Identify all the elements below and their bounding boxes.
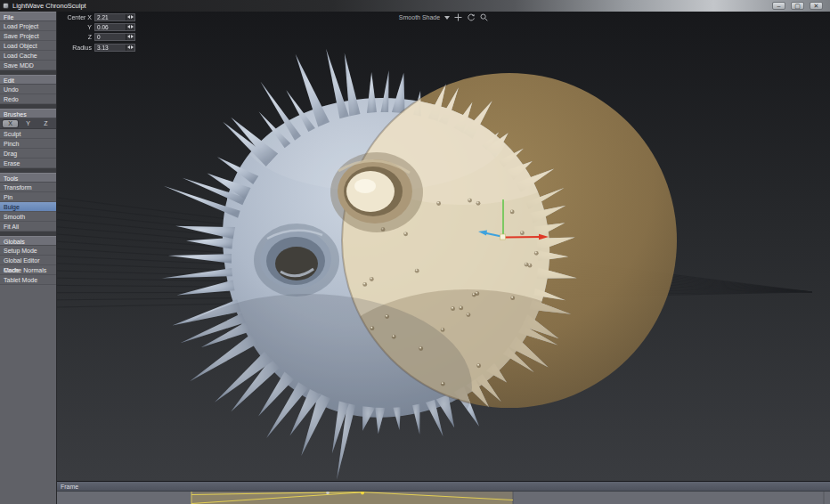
frame-label: Frame [61, 484, 78, 490]
fish-mouth [254, 224, 339, 297]
frame-bar: Frame [57, 481, 830, 492]
sidebar-item-erase[interactable]: Erase [0, 159, 56, 168]
center-y-field[interactable]: 0.06 [94, 23, 135, 31]
sidebar-item-load-object[interactable]: Load Object [0, 41, 56, 51]
sidebar-item-save-mdd[interactable]: Save MDD [0, 61, 56, 70]
scene-canvas [57, 12, 830, 481]
timeline-canvas [57, 492, 830, 504]
radius-stepper[interactable] [126, 45, 134, 51]
gizmo-center-handle[interactable] [500, 234, 506, 240]
shade-control-bar: Smooth Shade [57, 12, 830, 23]
fish-eye [330, 152, 423, 232]
field-label-y: Y [59, 24, 94, 30]
sidebar-item-setup-mode[interactable]: Setup Mode [0, 246, 56, 256]
sidebar-item-tablet-mode[interactable]: Tablet Mode [0, 275, 56, 285]
sidebar-item-load-project[interactable]: Load Project [0, 21, 56, 31]
sidebar-item-redo[interactable]: Redo [0, 94, 56, 104]
axis-button-x[interactable]: X [3, 120, 18, 127]
field-label-z: Z [59, 34, 94, 40]
center-z-field[interactable]: 0 [94, 33, 135, 41]
center-x-field[interactable]: 2.21 [94, 13, 135, 21]
brush-properties-panel: Center X 2.21 Y 0.06 Z 0 [59, 12, 135, 53]
app-icon [3, 3, 9, 9]
sidebar-item-transform[interactable]: Transform [0, 183, 56, 192]
pan-icon[interactable] [454, 13, 462, 21]
timeline-track[interactable] [57, 492, 830, 504]
orbit-icon[interactable] [467, 13, 476, 21]
sidebar-item-cache-normals[interactable]: Cache Normals [0, 265, 56, 275]
maximize-button[interactable]: ▢ [791, 2, 804, 10]
sidebar-item-load-cache[interactable]: Load Cache [0, 51, 56, 61]
axis-button-y[interactable]: Y [20, 120, 36, 127]
sidebar-header-globals: Globals [0, 236, 56, 246]
center-y-stepper[interactable] [126, 24, 134, 30]
sidebar-item-sculpt[interactable]: Sculpt [0, 129, 56, 139]
shade-mode-dropdown[interactable]: Smooth Shade [399, 14, 440, 20]
axis-button-z[interactable]: Z [38, 120, 53, 127]
sidebar-item-pinch[interactable]: Pinch [0, 139, 56, 149]
chevron-down-icon[interactable] [444, 16, 450, 20]
center-x-stepper[interactable] [126, 14, 134, 20]
sidebar-item-fit-all[interactable]: Fit All [0, 222, 56, 232]
sidebar-item-save-project[interactable]: Save Project [0, 31, 56, 41]
sidebar-item-pin[interactable]: Pin [0, 192, 56, 202]
window-title: LightWave ChronoSculpt [12, 2, 86, 10]
sidebar-item-bulge[interactable]: Bulge [0, 202, 56, 212]
field-label-center-x: Center X [59, 14, 94, 20]
field-label-radius: Radius [59, 45, 94, 51]
axis-button-row: X Y Z [0, 118, 56, 129]
viewport-3d[interactable]: Smooth Shade Center X [57, 12, 830, 481]
sidebar-item-drag[interactable]: Drag [0, 149, 56, 159]
center-z-stepper[interactable] [126, 34, 134, 40]
app-window: LightWave ChronoSculpt – ▢ ✕ File Load P… [0, 0, 830, 504]
close-button[interactable]: ✕ [810, 2, 823, 10]
sidebar-item-smooth[interactable]: Smooth [0, 212, 56, 222]
sidebar-header-edit: Edit [0, 75, 56, 85]
radius-field[interactable]: 3.13 [94, 44, 135, 52]
sidebar-header-brushes: Brushes [0, 109, 56, 118]
title-bar: LightWave ChronoSculpt – ▢ ✕ [0, 0, 830, 12]
sidebar: File Load Project Save Project Load Obje… [0, 12, 57, 504]
sidebar-item-global-editor-mode[interactable]: Global Editor Mode [0, 256, 56, 265]
sidebar-header-tools: Tools [0, 173, 56, 183]
minimize-button[interactable]: – [772, 2, 785, 10]
sidebar-item-undo[interactable]: Undo [0, 85, 56, 94]
zoom-icon[interactable] [480, 13, 488, 21]
sidebar-header-file: File [0, 12, 56, 21]
